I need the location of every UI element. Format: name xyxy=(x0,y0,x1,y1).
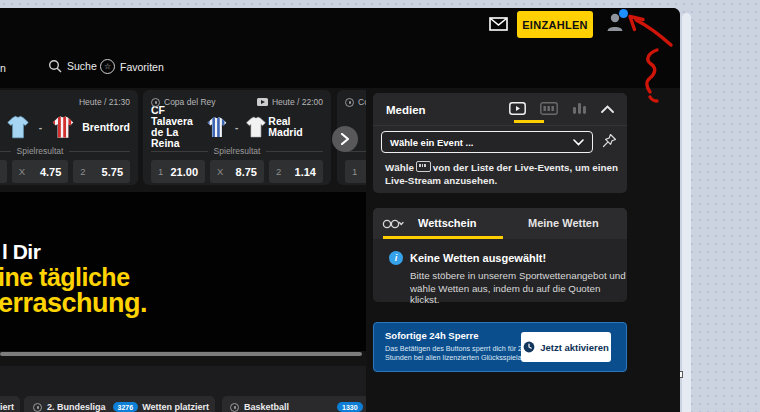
match-time: Heute / 21:30 xyxy=(79,97,130,107)
football-icon xyxy=(345,98,354,107)
promo-line-1: l Dir xyxy=(2,240,40,264)
odds-label: 1 xyxy=(352,166,357,177)
info-icon: i xyxy=(389,251,403,265)
lock-banner-title: Sofortige 24h Sperre xyxy=(385,330,478,341)
odds-button[interactable]: X 4.75 xyxy=(12,160,69,183)
odds-label: 2 xyxy=(80,166,85,177)
event-card-basketball[interactable]: Basketball 1330 W xyxy=(222,396,366,412)
betslip-panel: Wettschein Meine Wetten i Keine Wetten a… xyxy=(373,208,627,302)
odds-button[interactable]: 1 xyxy=(345,160,366,183)
football-icon xyxy=(151,98,160,107)
bets-placed-label: Wetten platziert xyxy=(142,402,209,412)
odds-value: 1.14 xyxy=(295,166,316,178)
chevron-right-icon xyxy=(340,133,350,145)
carousel-next-button[interactable] xyxy=(332,126,358,152)
home-jersey-icon xyxy=(5,114,31,140)
star-icon: ☆ xyxy=(100,59,115,74)
market-label: Spielresultat xyxy=(214,146,261,156)
scoreboard-tab-icon[interactable] xyxy=(540,102,558,115)
odds-value: 4.75 xyxy=(40,166,61,178)
nav-item-cut[interactable]: n xyxy=(0,62,6,74)
chevron-down-icon xyxy=(573,139,584,146)
event-card-bundesliga[interactable]: 2. Bundesliga 3276 Wetten platziert xyxy=(24,396,215,412)
video-tab-icon[interactable] xyxy=(509,102,526,115)
media-hint-text: Wählevon der Liste der Live-Events, um e… xyxy=(385,161,621,187)
left-column: Heute / 21:30 - Brentford Spielresultat xyxy=(0,88,366,412)
event-label: Basketball xyxy=(244,402,289,412)
bets-count-badge: 3276 xyxy=(113,402,139,412)
odds-button[interactable]: 1 21.00 xyxy=(151,160,205,183)
competition-name: Co xyxy=(358,97,366,107)
no-bets-title: Keine Wetten ausgewählt! xyxy=(410,252,546,264)
odds-label: X xyxy=(217,166,223,177)
match-card-copa-del-rey[interactable]: Copa del Rey Heute / 22:00 CF Talaverade… xyxy=(143,90,331,185)
mail-icon[interactable] xyxy=(489,17,508,31)
search-label: Suche xyxy=(67,60,97,72)
odds-label: 1 xyxy=(158,166,163,177)
event-label: 2. Bundesliga xyxy=(47,402,106,412)
odds-label: X xyxy=(19,166,25,177)
tab-my-bets[interactable]: Meine Wetten xyxy=(528,217,599,229)
odds-button[interactable]: 2 5.75 xyxy=(73,160,130,183)
event-card-cut[interactable]: iert xyxy=(0,396,20,412)
tab-betslip[interactable]: Wettschein xyxy=(418,217,476,229)
event-select-placeholder: Wähle ein Event ... xyxy=(390,137,473,148)
favorites-nav-item[interactable]: ☆ Favoriten xyxy=(100,59,164,74)
clock-lock-icon xyxy=(523,341,535,353)
horizontal-scrollbar[interactable] xyxy=(0,352,362,356)
activate-now-button[interactable]: Jetzt aktivieren xyxy=(521,332,611,362)
football-icon xyxy=(33,403,42,412)
market-label: Spielresultat xyxy=(17,146,64,156)
favorites-label: Favoriten xyxy=(120,61,164,73)
odds-value: 5.75 xyxy=(102,166,123,178)
betting-site-page: EINZAHLEN n Suche ☆ Favoriten Heute / 21… xyxy=(0,8,680,412)
odds-button[interactable]: X 8.75 xyxy=(210,160,264,183)
match-time: Heute / 22:00 xyxy=(272,97,323,107)
lock-24h-banner: Sofortige 24h Sperre Das Betätigen des B… xyxy=(373,322,627,372)
away-jersey-icon xyxy=(244,114,268,140)
collapse-chevron-up-icon[interactable] xyxy=(601,105,614,113)
odds-value: 21.00 xyxy=(170,166,198,178)
pin-icon[interactable] xyxy=(601,133,617,149)
home-team-name: CF Talaverade La Reina xyxy=(151,105,205,149)
active-tab-underline xyxy=(383,236,503,239)
stats-tab-icon[interactable] xyxy=(572,102,587,115)
media-panel-title: Medien xyxy=(386,104,426,116)
away-jersey-icon xyxy=(50,114,76,140)
scoreboard-inline-icon xyxy=(416,161,431,172)
live-stream-icon xyxy=(257,98,268,106)
betslip-header: Wettschein Meine Wetten xyxy=(373,208,627,239)
match-card-brentford[interactable]: Heute / 21:30 - Brentford Spielresultat xyxy=(0,90,138,185)
event-select-dropdown[interactable]: Wähle ein Event ... xyxy=(381,131,593,153)
bottom-events-bar: iert 2. Bundesliga 3276 Wetten platziert… xyxy=(0,366,366,412)
event-label-fragment: iert xyxy=(0,402,14,412)
home-jersey-icon xyxy=(205,114,229,140)
odds-button[interactable]: 49 xyxy=(0,160,7,183)
search-icon xyxy=(48,59,62,73)
media-panel: Medien Wähle ein Event ... xyxy=(373,93,627,193)
odds-button[interactable]: 2 1.14 xyxy=(269,160,323,183)
browser-scrollbar[interactable] xyxy=(682,13,691,412)
lock-banner-text-line1: Das Betätigen des Buttons sperrt dich fü… xyxy=(385,344,526,353)
odds-label: 2 xyxy=(276,166,281,177)
vs-separator: - xyxy=(229,122,244,133)
active-tab-underline xyxy=(514,120,544,123)
basketball-icon xyxy=(230,403,239,412)
bets-count-badge: 1330 xyxy=(337,402,363,412)
no-bets-text-line1: Bitte stöbere in unserem Sportwettenange… xyxy=(410,270,626,281)
divider xyxy=(373,125,627,126)
no-bets-text-line2: wähle Wetten aus, indem du auf die Quote… xyxy=(410,283,627,305)
odds-value: 8.75 xyxy=(236,166,257,178)
settings-glasses-icon[interactable] xyxy=(382,217,404,231)
promo-line-3: erraschung. xyxy=(0,288,147,319)
away-team-name: Real Madrid xyxy=(268,116,323,138)
away-team-name: Brentford xyxy=(82,122,130,133)
account-notification-dot xyxy=(619,9,628,18)
vs-separator: - xyxy=(33,122,48,133)
search-nav-item[interactable]: Suche xyxy=(48,59,97,73)
deposit-button[interactable]: EINZAHLEN xyxy=(517,11,593,38)
promo-banner[interactable]: l Dir ine tägliche erraschung. xyxy=(0,192,366,351)
